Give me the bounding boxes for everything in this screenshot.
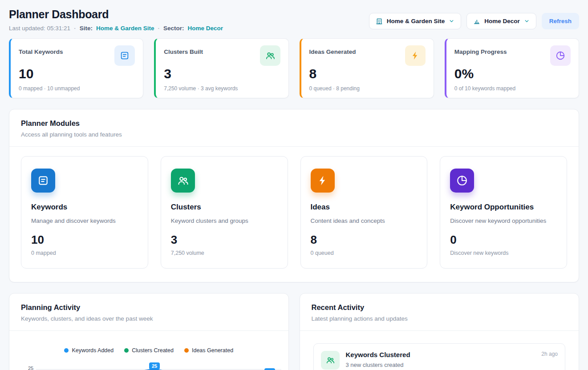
module-description: Discover new keyword opportunities xyxy=(450,217,557,224)
module-title: Keyword Opportunities xyxy=(450,203,557,212)
planning-activity-chart: Keywords Added Clusters Created Ideas Ge… xyxy=(9,331,288,370)
module-description: Keyword clusters and groups xyxy=(171,217,278,224)
page-header-left: Planner Dashboard Last updated: 05:31:21… xyxy=(9,8,223,32)
stat-card-ideas-generated: Ideas Generated 8 0 queued · 8 pending xyxy=(300,38,434,98)
site-label: Site: xyxy=(80,25,93,32)
stat-detail: 7,250 volume · 3 avg keywords xyxy=(164,85,280,92)
site-selector-dropdown[interactable]: Home & Garden Site xyxy=(369,13,462,29)
sector-selector-label: Home Decor xyxy=(484,18,520,24)
module-description: Manage and discover keywords xyxy=(31,217,138,224)
recent-item-title: Keywords Clustered xyxy=(346,351,410,358)
legend-item-clusters-created: Clusters Created xyxy=(124,347,174,354)
stat-label: Ideas Generated xyxy=(309,45,356,55)
module-title: Keywords xyxy=(31,203,138,212)
sector-label: Sector: xyxy=(163,25,184,32)
stat-detail: 0 of 10 keywords mapped xyxy=(454,85,571,92)
page-header-controls: Home & Garden Site Home Decor Refresh xyxy=(369,8,579,29)
legend-item-ideas-generated: Ideas Generated xyxy=(184,347,233,354)
document-icon xyxy=(31,169,55,193)
modules-grid: Keywords Manage and discover keywords 10… xyxy=(9,147,579,282)
keywords-added-area-series xyxy=(9,363,288,370)
legend-item-keywords-added: Keywords Added xyxy=(64,347,114,354)
stat-detail: 0 queued · 8 pending xyxy=(309,85,426,92)
module-detail: Discover new keywords xyxy=(450,250,557,256)
legend-label: Clusters Created xyxy=(132,347,174,354)
pie-chart-icon xyxy=(450,169,474,193)
recent-activity-panel: Recent Activity Latest planning actions … xyxy=(300,293,580,370)
users-icon xyxy=(260,45,280,66)
module-detail: 0 mapped xyxy=(31,250,138,256)
module-card-keywords[interactable]: Keywords Manage and discover keywords 10… xyxy=(21,156,148,269)
module-value: 0 xyxy=(450,233,557,247)
stat-label: Mapping Progress xyxy=(454,45,507,55)
stat-card-total-keywords: Total Keywords 10 0 mapped · 10 unmapped xyxy=(9,38,143,98)
planner-modules-subtitle: Access all planning tools and features xyxy=(21,131,567,138)
planning-activity-header: Planning Activity Keywords, clusters, an… xyxy=(9,294,288,331)
module-detail: 7,250 volume xyxy=(171,250,278,256)
building-icon xyxy=(376,18,383,25)
recent-activity-subtitle: Latest planning actions and updates xyxy=(312,315,568,322)
legend-dot-orange xyxy=(184,348,189,353)
module-value: 8 xyxy=(311,233,418,247)
refresh-button[interactable]: Refresh xyxy=(542,13,579,29)
module-card-ideas[interactable]: Ideas Content ideas and concepts 8 0 que… xyxy=(300,156,428,269)
site-link[interactable]: Home & Garden Site xyxy=(96,25,154,32)
stat-detail: 0 mapped · 10 unmapped xyxy=(19,85,135,92)
page-header: Planner Dashboard Last updated: 05:31:21… xyxy=(9,8,579,32)
chevron-down-icon xyxy=(449,18,454,24)
page-meta: Last updated: 05:31:21 · Site: Home & Ga… xyxy=(9,25,223,32)
stat-card-clusters-built: Clusters Built 3 7,250 volume · 3 avg ke… xyxy=(154,38,288,98)
chevron-down-icon xyxy=(524,18,530,24)
bolt-icon xyxy=(405,45,426,66)
planner-modules-panel: Planner Modules Access all planning tool… xyxy=(9,109,579,282)
module-title: Ideas xyxy=(311,203,418,212)
sector-link[interactable]: Home Decor xyxy=(187,25,223,32)
chart-legend: Keywords Added Clusters Created Ideas Ge… xyxy=(9,331,288,354)
users-icon xyxy=(321,351,340,370)
planning-activity-title: Planning Activity xyxy=(21,303,277,312)
pie-chart-icon xyxy=(550,45,571,66)
recent-activity-item[interactable]: Keywords Clustered 2h ago 3 new clusters… xyxy=(313,343,566,370)
recent-activity-header: Recent Activity Latest planning actions … xyxy=(300,294,579,331)
stat-value: 8 xyxy=(309,66,426,81)
page-title: Planner Dashboard xyxy=(9,8,223,21)
planner-modules-header: Planner Modules Access all planning tool… xyxy=(9,109,579,147)
recent-item-timestamp: 2h ago xyxy=(541,351,558,357)
meta-separator: · xyxy=(74,25,76,32)
legend-label: Keywords Added xyxy=(72,347,114,354)
planner-dashboard: Planner Dashboard Last updated: 05:31:21… xyxy=(0,0,588,370)
planning-activity-subtitle: Keywords, clusters, and ideas over the p… xyxy=(21,315,277,322)
bolt-icon xyxy=(311,169,335,193)
legend-dot-blue xyxy=(64,348,69,353)
module-card-clusters[interactable]: Clusters Keyword clusters and groups 3 7… xyxy=(161,156,288,269)
meta-separator: · xyxy=(158,25,160,32)
last-updated-text: Last updated: 05:31:21 xyxy=(9,25,70,32)
stat-card-mapping-progress: Mapping Progress 0% 0 of 10 keywords map… xyxy=(445,38,579,98)
bottom-panels: Planning Activity Keywords, clusters, an… xyxy=(9,282,579,370)
legend-dot-green xyxy=(124,348,129,353)
bar-chart-icon xyxy=(473,18,480,25)
module-detail: 0 queued xyxy=(311,250,418,256)
recent-item-body: Keywords Clustered 2h ago 3 new clusters… xyxy=(346,351,558,368)
stat-label: Total Keywords xyxy=(19,45,63,55)
recent-item-description: 3 new clusters created xyxy=(346,362,558,368)
legend-label: Ideas Generated xyxy=(192,347,233,354)
recent-activity-list: Keywords Clustered 2h ago 3 new clusters… xyxy=(300,331,579,370)
document-icon xyxy=(114,45,135,66)
users-icon xyxy=(171,169,195,193)
stat-cards-row: Total Keywords 10 0 mapped · 10 unmapped… xyxy=(9,38,579,98)
module-description: Content ideas and concepts xyxy=(311,217,418,224)
module-title: Clusters xyxy=(171,203,278,212)
module-value: 10 xyxy=(31,233,138,247)
module-card-keyword-opportunities[interactable]: Keyword Opportunities Discover new keywo… xyxy=(440,156,567,269)
stat-value: 10 xyxy=(19,66,135,81)
stat-value: 0% xyxy=(454,66,571,81)
stat-label: Clusters Built xyxy=(164,45,203,55)
module-value: 3 xyxy=(171,233,278,247)
planning-activity-panel: Planning Activity Keywords, clusters, an… xyxy=(9,293,289,370)
stat-value: 3 xyxy=(164,66,280,81)
recent-activity-title: Recent Activity xyxy=(312,303,568,312)
sector-selector-dropdown[interactable]: Home Decor xyxy=(466,13,536,29)
site-selector-label: Home & Garden Site xyxy=(387,18,445,24)
planner-modules-title: Planner Modules xyxy=(21,119,567,128)
